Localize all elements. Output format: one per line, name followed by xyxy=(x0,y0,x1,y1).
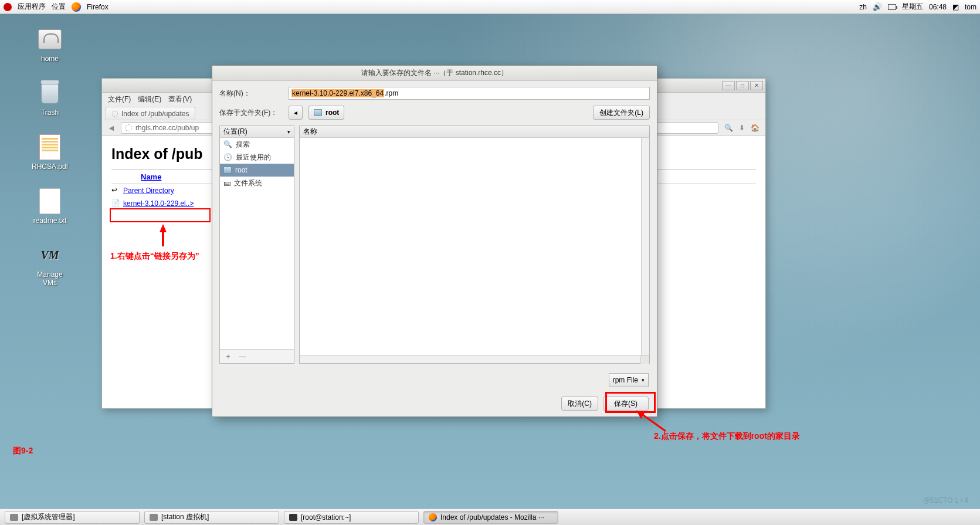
browser-tab[interactable]: Index of /pub/updates xyxy=(106,107,195,120)
desktop-icon-pdf[interactable]: RHCSA.pdf xyxy=(29,134,70,171)
file-type-select[interactable]: rpm File▾ xyxy=(609,373,649,387)
figure-label: 图9-2 xyxy=(13,446,33,456)
cancel-button[interactable]: 取消(C) xyxy=(561,397,598,411)
dialog-title[interactable]: 请输入要保存的文件名 ···（于 station.rhce.cc） xyxy=(212,66,657,81)
folder-icon xyxy=(314,109,322,116)
annotation-arrow-1 xyxy=(160,224,167,232)
search-icon: 🔍 xyxy=(223,140,232,148)
battery-icon[interactable] xyxy=(888,4,896,10)
desktop-icon-trash[interactable]: Trash xyxy=(29,80,70,117)
svg-line-0 xyxy=(641,414,666,431)
terminal-icon xyxy=(289,514,297,521)
folder-icon xyxy=(223,167,232,174)
firefox-icon xyxy=(429,513,437,521)
filelist-header[interactable]: 名称 xyxy=(300,126,649,138)
places-header[interactable]: 位置(R)▾ xyxy=(220,126,294,138)
place-filesystem[interactable]: 🖴文件系统 xyxy=(220,177,294,189)
link-kernel-file[interactable]: kernel-3.10.0-229.el..> xyxy=(123,199,194,208)
places-footer: ＋ — xyxy=(220,349,294,363)
watermark: @51CTO 1 / 4 xyxy=(923,496,968,504)
save-file-dialog: 请输入要保存的文件名 ···（于 station.rhce.cc） 名称(N)：… xyxy=(212,65,657,417)
desktop-icon-home[interactable]: home xyxy=(29,26,70,63)
home-icon[interactable]: 🏠 xyxy=(751,124,759,132)
clock-icon: 🕓 xyxy=(223,153,232,161)
task-firefox[interactable]: Index of /pub/updates - Mozilla ··· xyxy=(423,511,558,524)
clock-day[interactable]: 星期五 xyxy=(902,2,923,12)
annotation-text-1: 1.右键点击“链接另存为” xyxy=(110,251,199,262)
path-back-button[interactable]: ◂ xyxy=(289,106,303,120)
task-terminal[interactable]: [root@station:~] xyxy=(284,511,419,524)
add-bookmark-button[interactable]: ＋ xyxy=(225,351,232,361)
active-app-name[interactable]: Firefox xyxy=(87,3,108,11)
name-label: 名称(N)： xyxy=(219,89,283,99)
menu-places[interactable]: 位置 xyxy=(52,2,66,12)
volume-icon[interactable]: 🔊 xyxy=(873,2,882,11)
menu-view[interactable]: 查看(V) xyxy=(168,94,192,104)
clock-time[interactable]: 06:48 xyxy=(929,3,947,11)
file-list-area[interactable] xyxy=(300,138,649,355)
svg-marker-1 xyxy=(636,411,645,419)
site-favicon xyxy=(125,124,132,131)
ime-indicator[interactable]: zh xyxy=(859,3,867,11)
file-icon: 📄 xyxy=(111,199,121,208)
place-recent[interactable]: 🕓最近使用的 xyxy=(220,151,294,164)
window-minimize-button[interactable]: — xyxy=(722,81,735,90)
vertical-scrollbar[interactable] xyxy=(641,138,649,355)
create-folder-button[interactable]: 创建文件夹(L) xyxy=(593,106,650,120)
desktop-icon-vms[interactable]: VMManage VMs xyxy=(29,242,70,287)
menu-edit[interactable]: 编辑(E) xyxy=(138,94,161,104)
gnome-topbar: 应用程序 位置 Firefox zh 🔊 星期五 06:48 ◩ tom xyxy=(0,0,980,14)
desktop-icon-txt[interactable]: readme.txt xyxy=(29,188,70,225)
power-icon[interactable]: ◩ xyxy=(952,3,959,11)
menu-applications[interactable]: 应用程序 xyxy=(18,2,46,12)
desktop-icons: home Trash RHCSA.pdf readme.txt VMManage… xyxy=(29,26,70,287)
menu-file[interactable]: 文件(F) xyxy=(108,94,131,104)
window-close-button[interactable]: ✕ xyxy=(750,81,763,90)
tab-favicon xyxy=(112,111,118,117)
filename-input[interactable]: kernel-3.10.0-229.el7.x86_64.rpm xyxy=(289,87,650,100)
window-maximize-button[interactable]: □ xyxy=(736,81,749,90)
annotation-arrow-2 xyxy=(636,411,672,434)
parent-dir-icon: ↩ xyxy=(111,186,121,195)
drive-icon: 🖴 xyxy=(223,179,230,187)
task-station-vm[interactable]: [station 虚拟机] xyxy=(144,511,279,524)
downloads-icon[interactable]: ⬇ xyxy=(739,124,745,132)
horizontal-scrollbar[interactable] xyxy=(300,355,649,363)
place-search[interactable]: 🔍搜索 xyxy=(220,138,294,151)
distro-icon xyxy=(4,3,12,11)
user-menu[interactable]: tom xyxy=(965,3,976,11)
app-icon xyxy=(10,514,18,521)
search-icon[interactable]: 🔍 xyxy=(724,124,733,132)
gnome-bottombar: [虚拟系统管理器] [station 虚拟机] [root@station:~]… xyxy=(0,509,980,525)
save-button[interactable]: 保存(S) xyxy=(603,397,649,411)
link-parent-dir[interactable]: Parent Directory xyxy=(123,187,174,195)
remove-bookmark-button[interactable]: — xyxy=(239,353,246,361)
task-vm-manager[interactable]: [虚拟系统管理器] xyxy=(5,511,140,524)
nav-back-button[interactable]: ◄ xyxy=(106,122,117,134)
annotation-text-2: 2.点击保存，将文件下载到root的家目录 xyxy=(654,431,800,442)
app-icon xyxy=(150,514,158,521)
current-folder-button[interactable]: root xyxy=(308,106,344,120)
location-label: 保存于文件夹(F)： xyxy=(219,108,283,118)
firefox-icon xyxy=(72,2,81,12)
place-root[interactable]: root xyxy=(220,164,294,177)
file-list-panel: 名称 xyxy=(299,126,650,364)
places-panel: 位置(R)▾ 🔍搜索 🕓最近使用的 root 🖴文件系统 ＋ — xyxy=(219,126,294,364)
